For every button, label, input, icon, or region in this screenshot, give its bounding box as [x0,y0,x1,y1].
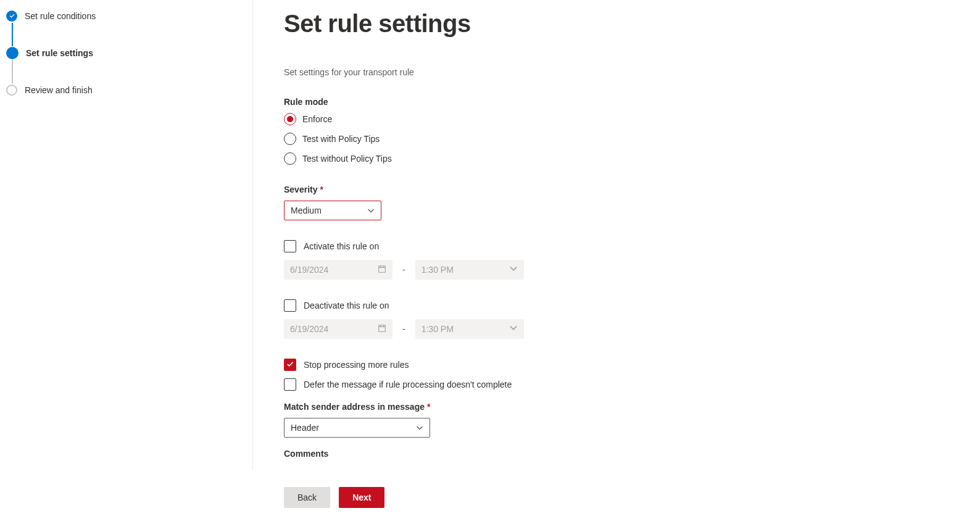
activate-group: Activate this rule on 6/19/2024 - 1:30 P… [284,240,949,280]
step-label: Review and finish [25,85,93,95]
checkmark-icon [6,10,17,22]
wizard-steps-sidebar: Set rule conditions Set rule settings Re… [0,0,253,524]
checkbox-label: Deactivate this rule on [304,301,389,310]
severity-group: Severity * Medium [284,185,949,220]
date-value: 6/19/2024 [290,265,328,275]
stop-processing-checkbox[interactable]: Stop processing more rules [284,359,949,371]
comments-label: Comments [284,449,949,459]
wizard-footer: Back Next [0,470,980,524]
rule-mode-label: Rule mode [284,97,949,107]
select-value: Header [291,423,319,433]
step-label: Set rule settings [26,48,93,58]
radio-icon [284,152,296,165]
step-set-rule-conditions[interactable]: Set rule conditions [6,6,252,26]
activate-checkbox[interactable]: Activate this rule on [284,240,949,252]
checkbox-label: Activate this rule on [304,241,379,251]
time-value: 1:30 PM [421,265,454,275]
chevron-down-icon [509,265,518,275]
severity-select[interactable]: Medium [284,201,381,220]
radio-icon [284,113,296,125]
rule-mode-group: Rule mode Enforce Test with Policy Tips … [284,97,949,165]
match-sender-label: Match sender address in message * [284,402,949,412]
required-asterisk: * [427,402,430,412]
current-step-marker [6,47,19,59]
radio-label: Enforce [302,114,332,124]
checkbox-icon [284,299,296,312]
calendar-icon [378,324,386,335]
select-value: Medium [291,206,322,215]
deactivate-time-input[interactable]: 1:30 PM [415,319,524,339]
radio-icon [284,133,296,145]
back-button[interactable]: Back [284,487,330,508]
deactivate-checkbox[interactable]: Deactivate this rule on [284,299,949,312]
pending-step-marker [6,85,17,96]
checkbox-icon [284,240,296,252]
main-content: Set rule settings Set settings for your … [253,0,980,470]
defer-message-checkbox[interactable]: Defer the message if rule processing doe… [284,378,949,391]
date-time-separator: - [402,324,405,334]
page-subtitle: Set settings for your transport rule [284,67,949,77]
processing-group: Stop processing more rules Defer the mes… [284,359,949,391]
match-sender-group: Match sender address in message * Header [284,402,949,438]
radio-test-without-tips[interactable]: Test without Policy Tips [284,152,949,165]
step-label: Set rule conditions [25,11,96,21]
step-review-and-finish[interactable]: Review and finish [6,80,252,100]
checkbox-label: Defer the message if rule processing doe… [304,380,512,389]
chevron-down-icon [367,207,375,214]
calendar-icon [378,265,386,275]
match-sender-select[interactable]: Header [284,418,430,438]
checkbox-checked-icon [284,359,296,371]
required-asterisk: * [320,185,323,194]
radio-test-with-tips[interactable]: Test with Policy Tips [284,133,949,145]
radio-label: Test without Policy Tips [302,154,392,164]
step-set-rule-settings[interactable]: Set rule settings [6,43,252,63]
checkbox-icon [284,378,296,391]
next-button[interactable]: Next [339,487,384,508]
comments-group: Comments [284,449,949,459]
activate-time-input[interactable]: 1:30 PM [415,260,524,280]
time-value: 1:30 PM [421,324,454,334]
activate-date-input[interactable]: 6/19/2024 [284,260,392,280]
page-title: Set rule settings [284,10,949,38]
checkbox-label: Stop processing more rules [304,360,409,370]
radio-label: Test with Policy Tips [302,134,380,144]
severity-label: Severity * [284,185,949,194]
chevron-down-icon [509,324,518,335]
date-value: 6/19/2024 [290,324,328,334]
chevron-down-icon [416,424,423,431]
date-time-separator: - [402,265,405,275]
deactivate-date-input[interactable]: 6/19/2024 [284,319,392,339]
deactivate-group: Deactivate this rule on 6/19/2024 - 1:30… [284,299,949,339]
radio-enforce[interactable]: Enforce [284,113,949,125]
